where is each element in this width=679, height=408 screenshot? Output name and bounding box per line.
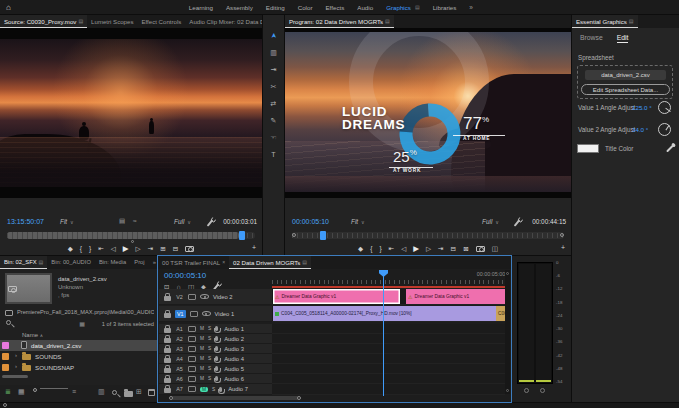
automate-to-sequence-icon[interactable]: ▥ [98,388,105,396]
export-frame-icon[interactable] [476,246,485,252]
tab-bin-media[interactable]: Bin: Media [95,256,130,269]
workspace-tab-color[interactable]: Color [298,4,313,11]
mute-button[interactable]: M [200,356,204,361]
preview-thumbnail[interactable] [5,273,52,304]
overwrite-icon[interactable]: ⊟ [173,245,179,253]
tab-bin-proj[interactable]: Proj [130,256,148,269]
list-item-soundsnap[interactable]: › SOUNDSNAP [0,362,157,373]
track-target-a7[interactable]: A7 [175,386,184,392]
step-forward-icon[interactable]: ▷ [426,245,431,253]
timeline-timecode[interactable]: 00:00:05:10 [164,271,206,280]
play-icon[interactable]: ▶ [123,244,129,253]
track-target-a3[interactable]: A3 [175,346,184,352]
insert-icon[interactable]: ⊞ [160,245,166,253]
mark-out-icon[interactable]: } [89,245,91,252]
solo-button[interactable]: S [208,346,211,351]
tab-edit[interactable]: Edit [617,34,629,43]
source-fit-dropdown[interactable]: Fit ∨ [60,218,74,225]
tab-source-monitor[interactable]: Source: C0030_Proxy.mov ▤ [0,15,87,28]
tab-bin-02-sfx[interactable]: Bin: 02_SFX ▤ [0,256,47,269]
sync-lock-icon[interactable] [188,294,196,300]
step-back-icon[interactable]: ◁ [401,245,406,253]
razor-tool-icon[interactable]: ✂ [263,78,284,95]
list-item-sounds[interactable]: › SOUNDS [0,351,157,362]
track-content-v2[interactable]: ⚠ Dreamer Data Graphic v1 ⚠ Dreamer Data… [272,289,505,305]
program-timecode[interactable]: 00:00:05:10 [292,218,329,225]
tab-data-driven-mogrts[interactable]: 02 Data Driven MOGRTs ▤ [229,256,311,269]
zoom-handle-icon[interactable] [297,396,301,400]
label-color-chip[interactable] [2,353,9,360]
slider-track[interactable] [40,388,68,389]
icon-view-icon[interactable]: ▦ [18,388,25,396]
solo-button[interactable]: S [212,387,215,392]
track-lock-icon[interactable] [164,378,171,383]
solo-button[interactable]: S [208,336,211,341]
track-lock-icon[interactable] [164,338,171,343]
source-resolution-dropdown[interactable]: Full ∨ [174,218,191,225]
pen-tool-icon[interactable]: ✎ [263,112,284,129]
playhead-line[interactable] [383,270,384,396]
program-scrubber[interactable] [292,231,564,241]
clip-dreamer-data-graphic-2[interactable]: ⚠ Dreamer Data Graphic v1 [406,289,506,304]
track-content-a1[interactable] [272,324,505,334]
mark-in-icon[interactable]: { [80,245,82,252]
mark-in-icon[interactable]: { [370,245,372,252]
sync-lock-icon[interactable] [188,386,196,392]
solo-button[interactable]: S [208,376,211,381]
track-lock-icon[interactable] [164,313,171,318]
source-timecode[interactable]: 13:15:50:07 [7,218,44,225]
track-content-a6[interactable] [272,374,505,384]
extract-icon[interactable]: ⊠ [463,245,469,253]
label-color-chip[interactable] [2,342,9,349]
mute-button-active[interactable]: M [200,387,208,392]
timeline-horizontal-scrollbar[interactable] [170,396,300,400]
thumbnail-size-slider[interactable] [33,388,37,392]
track-target-a6[interactable]: A6 [175,376,184,382]
clip-proxy-footage[interactable]: C004_C005_0518114_A00000-02174[_Proxy_HD… [273,306,496,321]
sync-lock-icon[interactable] [188,346,196,352]
track-target-a4[interactable]: A4 [175,356,184,362]
add-marker-icon[interactable]: ◆ [68,245,73,253]
expand-chevron-icon[interactable]: › [15,363,17,369]
edit-spreadsheet-data-button[interactable]: Edit Spreadsheet Data... [581,84,670,95]
panel-tab-overflow-icon[interactable]: » [149,256,157,269]
workspace-overflow-icon[interactable]: » [469,4,473,11]
voiceover-mic-icon[interactable] [215,336,218,341]
mute-button[interactable]: M [200,366,204,371]
tab-essential-graphics[interactable]: Essential Graphics ▤ [572,15,638,28]
voiceover-mic-icon[interactable] [215,346,218,351]
track-target-v2[interactable]: V2 [175,294,184,300]
type-tool-icon[interactable]: T [263,146,284,163]
step-back-icon[interactable]: ◁ [111,245,116,253]
goto-in-icon[interactable]: ⇤ [98,245,104,253]
program-video-preview[interactable]: LUCID DREAMS 77% AT HOME 25% AT WORK [285,32,571,192]
panel-menu-icon[interactable]: ▤ [78,15,83,28]
export-frame-icon[interactable] [185,246,194,252]
track-lock-icon[interactable] [164,358,171,363]
timeline-vertical-scrollbar[interactable] [505,270,510,394]
sort-icon[interactable]: ≡ [72,388,76,395]
mute-button[interactable]: M [200,326,204,331]
solo-right-button[interactable] [540,388,545,393]
workspace-tab-assembly[interactable]: Assembly [226,4,253,11]
program-playhead[interactable] [320,231,326,240]
sync-lock-icon[interactable] [190,311,198,317]
mute-button[interactable]: M [200,336,204,341]
tab-audio-clip-mixer[interactable]: Audio Clip Mixer: 02 Data Driven MOGRTs [185,15,262,28]
track-content-a7[interactable] [272,384,505,395]
button-editor-plus-icon[interactable]: + [252,244,256,251]
tab-browse[interactable]: Browse [580,34,603,43]
horizontal-scrollbar[interactable] [2,375,28,378]
timeline-ruler[interactable]: 00:00:05:00 00:00:10 [272,269,505,285]
lift-icon[interactable]: ⊟ [451,245,457,253]
panel-menu-icon[interactable]: ▤ [385,15,390,28]
tab-tsr-trailer[interactable]: 00 TSR Trailer FINAL × [158,256,229,269]
mute-button[interactable]: M [200,376,204,381]
solo-button[interactable]: S [208,356,211,361]
track-content-a2[interactable] [272,334,505,344]
find-icon[interactable] [112,390,117,395]
voiceover-mic-icon[interactable] [215,326,218,331]
slip-tool-icon[interactable]: ⇄ [263,95,284,112]
trash-icon[interactable] [148,389,155,396]
list-view-icon[interactable]: ≣ [5,388,11,396]
